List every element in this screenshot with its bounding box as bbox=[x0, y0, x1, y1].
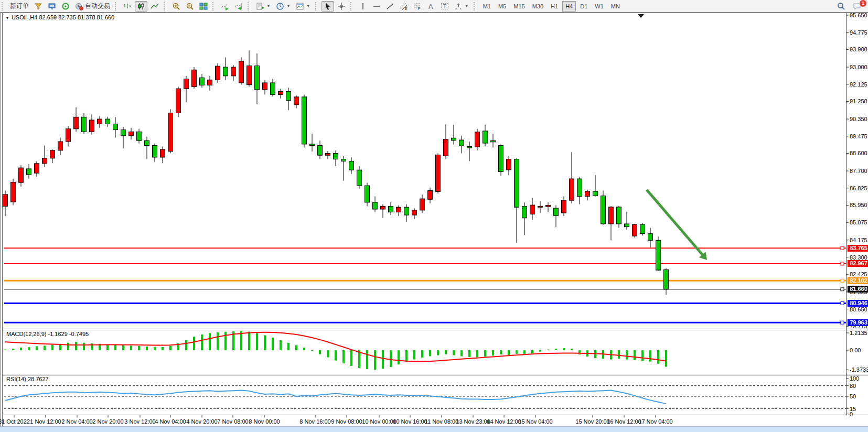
toolbar-grip[interactable] bbox=[115, 2, 119, 10]
candle-body-down bbox=[310, 144, 315, 146]
hline-handle-82.967[interactable] bbox=[841, 262, 844, 265]
toolbar-grip[interactable] bbox=[474, 2, 477, 10]
periods-button[interactable]: ▼ bbox=[274, 1, 293, 12]
price-tick-label: 85.075 bbox=[850, 219, 868, 225]
timeframe-button-h1[interactable]: H1 bbox=[548, 1, 561, 12]
chart-shift-icon bbox=[234, 2, 243, 10]
toolbar: 新订单 自动交易 bbox=[0, 0, 868, 13]
timeframe-button-w1[interactable]: W1 bbox=[592, 1, 607, 12]
macd-histogram-bar bbox=[224, 332, 227, 350]
time-tick-label: 4 Nov 04:00 bbox=[155, 418, 186, 425]
equidistant-channel-button[interactable]: E bbox=[398, 1, 410, 12]
macd-histogram-bar bbox=[492, 350, 494, 355]
cursor-button[interactable] bbox=[322, 1, 334, 12]
toolbar-grip[interactable] bbox=[164, 2, 167, 10]
vertical-line-button[interactable] bbox=[357, 1, 369, 12]
candle-body-up bbox=[90, 120, 94, 132]
toolbar-grip[interactable] bbox=[2, 2, 5, 10]
time-tick-label: 14 Nov 12:00 bbox=[487, 418, 521, 425]
toolbar-grip[interactable] bbox=[350, 2, 354, 10]
macd-histogram-bar bbox=[468, 350, 470, 357]
auto-scroll-button[interactable] bbox=[219, 1, 231, 12]
hline-handle-82.102[interactable] bbox=[841, 279, 844, 282]
candle-body-up bbox=[216, 66, 220, 80]
candle-body-down bbox=[334, 153, 338, 159]
funnel-button[interactable] bbox=[32, 1, 45, 12]
candle-body-down bbox=[664, 269, 669, 289]
templates-button[interactable]: ▼ bbox=[294, 1, 313, 12]
macd-histogram-bar bbox=[342, 350, 345, 363]
notifications-button[interactable]: 1 bbox=[851, 1, 864, 12]
timeframe-button-m30[interactable]: M30 bbox=[529, 1, 546, 12]
line-chart-button[interactable] bbox=[148, 1, 161, 12]
market-watch-button[interactable] bbox=[46, 1, 58, 12]
text-label-button[interactable]: T bbox=[438, 1, 451, 12]
time-tick-label: 8 Nov 00:00 bbox=[249, 418, 280, 425]
candle-body-up bbox=[58, 142, 63, 150]
zoom-out-button[interactable] bbox=[184, 1, 196, 12]
macd-histogram-bar bbox=[280, 340, 282, 350]
macd-histogram-bar bbox=[303, 348, 305, 350]
zoom-in-button[interactable] bbox=[170, 1, 183, 12]
text-button[interactable]: A bbox=[425, 1, 437, 12]
timeframe-button-mn[interactable]: MN bbox=[608, 1, 623, 12]
fibonacci-button[interactable]: F bbox=[411, 1, 424, 12]
macd-histogram-bar bbox=[437, 350, 439, 355]
macd-histogram-bar bbox=[75, 342, 77, 350]
candle-body-down bbox=[145, 141, 149, 145]
macd-histogram-bar bbox=[657, 350, 659, 364]
search-button[interactable] bbox=[835, 1, 848, 12]
hline-handle-81.660[interactable] bbox=[841, 288, 844, 291]
candle-body-up bbox=[585, 191, 590, 197]
macd-histogram-bar bbox=[531, 350, 533, 353]
candlestick-chart-button[interactable] bbox=[135, 1, 147, 12]
collapse-triangle-icon[interactable]: ▼ bbox=[5, 16, 9, 20]
toolbar-grip[interactable] bbox=[212, 2, 216, 10]
rsi-tick-label: 50 bbox=[850, 393, 868, 399]
bar-chart-button[interactable] bbox=[121, 1, 134, 12]
macd-histogram-bar bbox=[665, 350, 667, 367]
timeframe-button-m5[interactable]: M5 bbox=[495, 1, 509, 12]
new-order-button[interactable]: 新订单 bbox=[8, 1, 31, 12]
timeframe-button-m1[interactable]: M1 bbox=[480, 1, 494, 12]
candle-body-up bbox=[633, 224, 637, 236]
tile-windows-icon bbox=[199, 2, 208, 10]
svg-text:A: A bbox=[428, 3, 433, 10]
horizontal-line-button[interactable] bbox=[370, 1, 383, 12]
signal-button[interactable] bbox=[59, 1, 72, 12]
hline-handle-79.963[interactable] bbox=[841, 321, 844, 324]
time-tick-label: 16 Nov 12:00 bbox=[607, 418, 641, 425]
hline-handle-83.765[interactable] bbox=[841, 246, 844, 250]
chart-canvas[interactable] bbox=[0, 0, 868, 432]
timeframe-button-h4[interactable]: H4 bbox=[562, 1, 576, 12]
chart-shift-marker-icon[interactable] bbox=[638, 14, 644, 18]
crosshair-button[interactable] bbox=[335, 1, 348, 12]
time-tick-label: 10 Nov 16:00 bbox=[393, 418, 427, 425]
hline-handle-80.946[interactable] bbox=[841, 301, 844, 305]
timeframe-button-d1[interactable]: D1 bbox=[577, 1, 591, 12]
text-icon: A bbox=[427, 2, 435, 10]
timeframe-group: M1M5M15M30H1H4D1W1MN bbox=[480, 1, 623, 12]
candle-body-down bbox=[404, 207, 409, 215]
macd-histogram-bar bbox=[146, 347, 148, 350]
macd-histogram-bar bbox=[460, 350, 463, 356]
macd-histogram-bar bbox=[445, 350, 447, 354]
toolbar-grip[interactable] bbox=[248, 2, 251, 10]
status-strip bbox=[0, 426, 868, 432]
candle-body-down bbox=[200, 78, 205, 85]
price-tag-79.963: 79.963 bbox=[848, 319, 868, 326]
candle-body-down bbox=[467, 146, 472, 148]
trend-arrow-annotation[interactable] bbox=[647, 190, 703, 256]
rsi-tick-label: 80 bbox=[850, 383, 868, 389]
toolbar-grip[interactable] bbox=[315, 2, 319, 10]
price-tick-label: 84.175 bbox=[850, 237, 868, 243]
tile-windows-button[interactable] bbox=[197, 1, 210, 12]
trendline-button[interactable] bbox=[384, 1, 397, 12]
auto-trading-button[interactable]: 自动交易 bbox=[73, 1, 112, 12]
chart-shift-button[interactable] bbox=[232, 1, 245, 12]
arrows-button[interactable]: ▼ bbox=[452, 1, 471, 12]
macd-histogram-bar bbox=[641, 350, 644, 361]
macd-histogram-bar bbox=[311, 350, 313, 351]
indicators-button[interactable]: ▼ bbox=[254, 1, 273, 12]
timeframe-button-m15[interactable]: M15 bbox=[510, 1, 528, 12]
